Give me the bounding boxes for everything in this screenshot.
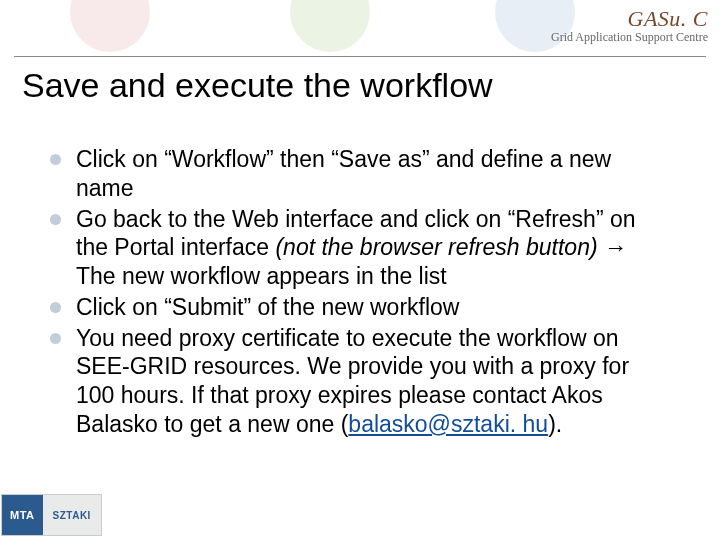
page-title: Save and execute the workflow xyxy=(22,66,493,105)
logo-sub: Grid Application Support Centre xyxy=(551,30,708,45)
list-item: Go back to the Web interface and click o… xyxy=(50,205,670,291)
list-item: Click on “Workflow” then “Save as” and d… xyxy=(50,145,670,203)
footer-badge-left: MTA xyxy=(2,495,43,535)
logo-main: GASu. C xyxy=(551,6,708,32)
bullet-list: Click on “Workflow” then “Save as” and d… xyxy=(50,145,670,441)
decor-circle-green xyxy=(290,0,370,52)
list-item: Click on “Submit” of the new workflow xyxy=(50,293,670,322)
footer-badge-right: SZTAKI xyxy=(43,495,101,535)
email-link[interactable]: balasko@sztaki. hu xyxy=(348,411,548,437)
footer-badge: MTA SZTAKI xyxy=(2,495,101,535)
header-rule xyxy=(14,56,706,57)
logo: GASu. C Grid Application Support Centre xyxy=(551,6,708,45)
decor-circle-pink xyxy=(70,0,150,52)
list-item: You need proxy certificate to execute th… xyxy=(50,324,670,439)
